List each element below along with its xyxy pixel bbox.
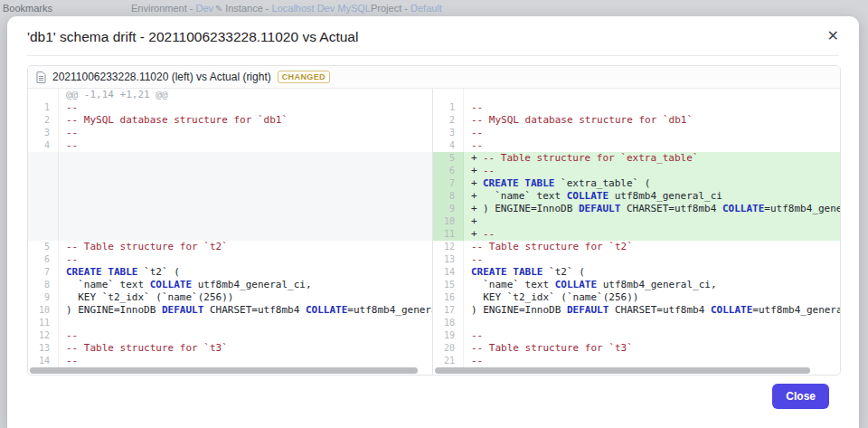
code-text: CREATE TABLE `t2` (	[59, 266, 432, 279]
close-icon[interactable]: ✕	[824, 27, 843, 45]
project-value[interactable]: Default	[410, 3, 442, 14]
line-number: 12	[28, 329, 59, 342]
code-text: -- Table structure for `t3`	[464, 342, 841, 355]
diff-line: 5-- Table structure for `t2`	[28, 241, 432, 253]
environment-selector[interactable]: Environment - Dev	[131, 3, 213, 14]
modal-footer: Close	[7, 376, 859, 409]
code-text: -- MySQL database structure for `db1`	[59, 114, 432, 127]
diff-line: 19--	[433, 329, 841, 342]
code-text: --	[464, 127, 841, 139]
code-text: --	[59, 127, 432, 139]
line-number: 12	[433, 241, 464, 253]
line-number: 14	[433, 266, 464, 279]
pencil-icon: ✎	[215, 4, 225, 14]
diff-line: 7CREATE TABLE `t2` (	[28, 266, 432, 279]
line-number: 4	[28, 139, 59, 152]
diff-filler-row	[28, 152, 432, 165]
diff-line: 4--	[433, 139, 841, 152]
line-number	[28, 190, 59, 203]
code-text	[59, 215, 432, 228]
environment-value[interactable]: Dev	[196, 3, 214, 14]
diff-line: 14CREATE TABLE `t2` (	[433, 266, 841, 279]
line-number	[433, 89, 464, 101]
diff-filler-row	[28, 228, 432, 241]
code-text: --	[59, 139, 432, 152]
instance-selector[interactable]: ✎ Instance - Localhost Dev MySQL	[215, 3, 371, 14]
added-line-sign: +	[471, 165, 483, 177]
diff-line: 1--	[433, 101, 841, 114]
horizontal-scrollbar-left[interactable]	[30, 367, 418, 374]
status-badge: CHANGED	[278, 71, 330, 83]
line-number: 21	[433, 355, 464, 367]
diff-line: 2-- MySQL database structure for `db1`	[28, 114, 432, 127]
line-number	[28, 165, 59, 177]
diff-line: 10+	[433, 215, 841, 228]
added-line-sign: +	[471, 177, 483, 190]
line-number: 9	[28, 291, 59, 304]
line-number: 9	[433, 203, 464, 215]
line-number: 1	[433, 101, 464, 114]
code-text: +-- Table structure for `extra_table`	[464, 152, 841, 165]
diff-line: 3--	[433, 127, 841, 139]
diff-filler-row	[28, 177, 432, 190]
code-text: +	[464, 215, 841, 228]
code-text: --	[464, 329, 841, 342]
code-text	[59, 228, 432, 241]
code-text	[59, 177, 432, 190]
horizontal-scrollbar-right[interactable]	[435, 367, 810, 374]
line-number: 4	[433, 139, 464, 152]
diff-line: @@ -1,14 +1,21 @@	[28, 89, 432, 101]
code-text	[59, 203, 432, 215]
line-number: 6	[28, 253, 59, 266]
diff-line: 5+-- Table structure for `extra_table`	[433, 152, 841, 165]
diff-line: 14--	[28, 355, 432, 367]
code-text: -- MySQL database structure for `db1`	[464, 114, 841, 127]
diff-file-title: 20211006233228.11020 (left) vs Actual (r…	[52, 71, 271, 83]
line-number: 6	[433, 165, 464, 177]
diff-line: 11+--	[433, 228, 841, 241]
project-selector[interactable]: Project - Default	[371, 3, 442, 14]
file-icon	[36, 71, 46, 83]
instance-value[interactable]: Localhost Dev MySQL	[272, 3, 371, 14]
diff-line: 15 `name` text COLLATE utf8mb4_general_c…	[433, 279, 841, 291]
project-label: Project -	[371, 3, 410, 14]
line-number: 7	[433, 177, 464, 190]
code-text: --	[464, 101, 841, 114]
code-text: --	[59, 355, 432, 367]
code-text: --	[464, 139, 841, 152]
line-number: 7	[28, 266, 59, 279]
diff-header: 20211006233228.11020 (left) vs Actual (r…	[28, 66, 840, 89]
line-number: 1	[28, 101, 59, 114]
line-number: 13	[28, 342, 59, 355]
diff-line: 3--	[28, 127, 432, 139]
added-line-sign: +	[471, 215, 483, 228]
diff-pane-right: 1--2-- MySQL database structure for `db1…	[433, 89, 841, 375]
bookmarks-label: Bookmarks	[3, 3, 52, 14]
line-number: 2	[28, 114, 59, 127]
code-text: --	[464, 355, 841, 367]
diff-line: 16 KEY `t2_idx` (`name`(256))	[433, 291, 841, 304]
added-line-sign: +	[471, 190, 483, 203]
line-number: 8	[28, 279, 59, 291]
line-number	[28, 203, 59, 215]
code-text: +) ENGINE=InnoDB DEFAULT CHARSET=utf8mb4…	[464, 203, 841, 215]
diff-line: 13-- Table structure for `t3`	[28, 342, 432, 355]
code-text: -- Table structure for `t2`	[464, 241, 841, 253]
code-text: KEY `t2_idx` (`name`(256))	[464, 291, 841, 304]
code-text: --	[59, 253, 432, 266]
diff-line: 21--	[433, 355, 841, 367]
code-text: `name` text COLLATE utf8mb4_general_ci,	[464, 279, 841, 291]
code-text: --	[59, 101, 432, 114]
code-text: `name` text COLLATE utf8mb4_general_ci,	[59, 279, 432, 291]
line-number: 11	[28, 317, 59, 329]
diff-line: 4--	[28, 139, 432, 152]
code-text: -- Table structure for `t3`	[59, 342, 432, 355]
code-text: KEY `t2_idx` (`name`(256))	[59, 291, 432, 304]
code-text: -- Table structure for `t2`	[59, 241, 432, 253]
line-number: 5	[28, 241, 59, 253]
environment-label: Environment -	[131, 3, 196, 14]
diff-line: 10) ENGINE=InnoDB DEFAULT CHARSET=utf8mb…	[28, 304, 432, 317]
added-line-sign: +	[471, 152, 483, 165]
close-button[interactable]: Close	[772, 384, 829, 409]
diff-line: 6+--	[433, 165, 841, 177]
